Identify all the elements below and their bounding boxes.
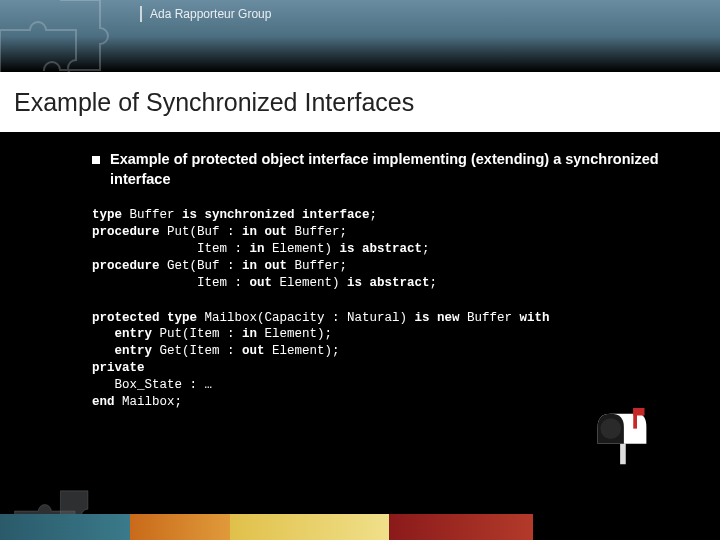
bullet-text: Example of protected object interface im…	[110, 150, 680, 189]
bullet-marker-icon	[92, 156, 100, 164]
svg-point-1	[600, 418, 621, 439]
svg-rect-0	[620, 444, 626, 465]
bar-segment-yellow	[230, 514, 388, 540]
bottom-color-bar	[0, 514, 720, 540]
code-block-2: protected type Mailbox(Capacity : Natura…	[92, 310, 680, 411]
code-block-1: type Buffer is synchronized interface; p…	[92, 207, 680, 291]
title-band: Example of Synchronized Interfaces	[0, 72, 720, 132]
header-group-label: Ada Rapporteur Group	[140, 6, 271, 22]
top-band: Ada Rapporteur Group	[0, 0, 720, 72]
mailbox-icon	[592, 408, 652, 468]
bar-segment-orange	[130, 514, 231, 540]
slide-title: Example of Synchronized Interfaces	[14, 88, 414, 117]
slide: Ada Rapporteur Group Example of Synchron…	[0, 0, 720, 540]
bullet-item: Example of protected object interface im…	[92, 150, 680, 189]
bar-segment-black	[533, 514, 720, 540]
bar-segment-teal	[0, 514, 130, 540]
bar-segment-red	[389, 514, 533, 540]
svg-rect-3	[633, 408, 644, 416]
content-area: Example of protected object interface im…	[92, 150, 680, 411]
